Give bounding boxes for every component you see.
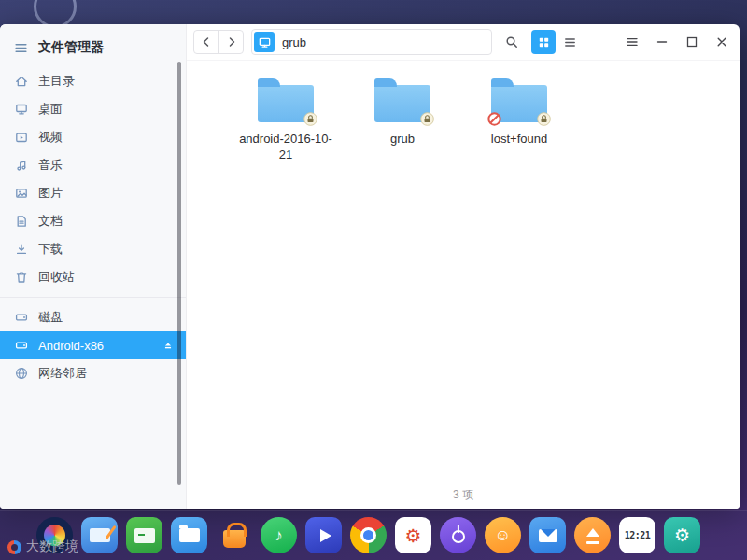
gear-icon: ⚙ (405, 526, 422, 545)
view-mode-group (531, 30, 582, 54)
dock-item-clock[interactable]: 12:21 (619, 517, 655, 553)
file-grid: android-2016-10-21 grub lost+foun (187, 61, 740, 163)
chevron-left-icon (199, 35, 214, 49)
list-view-button[interactable] (557, 30, 582, 54)
app-store-icon (223, 530, 246, 548)
file-name: lost+found (491, 132, 547, 147)
disk-icon (14, 310, 29, 325)
browser-dot-icon (363, 530, 374, 540)
back-button[interactable] (194, 31, 218, 53)
sidebar-item-disk[interactable]: 磁盘 (0, 303, 186, 331)
sidebar-item-label: Android-x86 (38, 339, 104, 353)
search-button[interactable] (500, 30, 524, 54)
watermark-logo-icon (7, 540, 21, 554)
dock-item-support[interactable]: ☺ (485, 517, 521, 553)
sidebar-item-label: 视频 (38, 129, 63, 146)
network-icon (14, 366, 29, 381)
close-button[interactable] (711, 31, 733, 53)
window-menu-button[interactable] (621, 31, 643, 53)
envelope-icon (539, 529, 557, 542)
sidebar-item-label: 桌面 (38, 101, 63, 118)
lock-badge-icon (303, 112, 317, 126)
sidebar-item-music[interactable]: 音乐 (0, 151, 186, 179)
dock: ♪ ⚙ ☺ 12:21 ⚙ (0, 510, 747, 560)
address-bar[interactable]: grub (251, 29, 492, 55)
desktop-icon (14, 102, 29, 117)
documents-icon (14, 214, 29, 229)
sidebar-item-home[interactable]: 主目录 (0, 67, 186, 95)
dock-item-browser[interactable] (350, 517, 387, 553)
file-name: android-2016-10-21 (238, 132, 333, 163)
grid-view-icon (537, 35, 551, 49)
file-item[interactable]: grub (350, 72, 455, 163)
dock-item-app-store[interactable] (216, 517, 252, 553)
smiley-icon: ☺ (495, 527, 511, 543)
sidebar-item-android-x86[interactable]: Android-x86 (0, 331, 186, 359)
lock-badge-icon (420, 112, 434, 126)
sidebar-item-downloads[interactable]: 下载 (0, 235, 186, 263)
eject-triangle-icon (586, 528, 599, 537)
eject-bar-icon (586, 541, 599, 544)
eject-icon[interactable] (162, 339, 175, 352)
sidebar-item-trash[interactable]: 回收站 (0, 263, 186, 291)
disk-icon (14, 338, 29, 353)
sidebar-item-label: 主目录 (38, 73, 75, 90)
dock-item-music[interactable]: ♪ (261, 517, 297, 553)
dock-item-toolbox[interactable]: ⚙ (664, 517, 700, 553)
pictures-icon (14, 186, 29, 201)
file-view: android-2016-10-21 grub lost+foun (187, 60, 740, 509)
grid-view-button[interactable] (531, 30, 556, 54)
dock-item-file-manager[interactable] (171, 517, 207, 553)
power-icon (452, 530, 465, 543)
toolbar: grub (187, 24, 740, 60)
computer-icon (258, 35, 272, 49)
gear-icon: ⚙ (674, 526, 690, 544)
terminal-icon (134, 528, 155, 543)
dock-item-boot-maker[interactable] (574, 517, 611, 553)
sidebar-item-videos[interactable]: 视频 (0, 123, 186, 151)
hamburger-icon[interactable] (13, 40, 29, 56)
dock-item-control-center[interactable]: ⚙ (395, 517, 431, 553)
sidebar-scrollbar[interactable] (177, 62, 181, 485)
sidebar: 文件管理器 主目录 桌面 视频 音乐 图片 (0, 24, 187, 509)
location-button[interactable] (254, 32, 275, 52)
file-item[interactable]: lost+found (467, 72, 571, 163)
desktop: 文件管理器 主目录 桌面 视频 音乐 图片 (0, 0, 747, 560)
breadcrumb-path: grub (282, 35, 306, 49)
folder-icon (374, 85, 430, 122)
dock-item-movies[interactable] (305, 517, 342, 553)
sidebar-item-label: 图片 (38, 185, 63, 202)
file-manager-window: 文件管理器 主目录 桌面 视频 音乐 图片 (0, 24, 740, 509)
file-name: grub (390, 132, 415, 147)
chevron-right-icon (224, 35, 239, 49)
file-manager-icon (179, 528, 200, 542)
minimize-button[interactable] (651, 31, 673, 53)
sidebar-item-network[interactable]: 网络邻居 (0, 359, 186, 387)
file-item[interactable]: android-2016-10-21 (233, 72, 338, 163)
dock-item-screen-capture[interactable] (81, 517, 118, 553)
sidebar-item-desktop[interactable]: 桌面 (0, 95, 186, 123)
maximize-button[interactable] (681, 31, 703, 53)
trash-icon (14, 270, 29, 285)
minimize-icon (655, 35, 669, 49)
folder-icon (258, 85, 314, 122)
watermark: 大数跨境 (7, 539, 78, 555)
sidebar-item-label: 网络邻居 (38, 365, 87, 382)
dock-item-mail[interactable] (529, 517, 566, 553)
music-note-icon: ♪ (275, 527, 283, 543)
app-title: 文件管理器 (38, 39, 104, 56)
sidebar-item-documents[interactable]: 文档 (0, 207, 186, 235)
browser-icon (360, 527, 376, 543)
search-icon (504, 35, 519, 49)
sidebar-item-pictures[interactable]: 图片 (0, 179, 186, 207)
no-access-badge-icon (487, 112, 501, 126)
item-count: 3 项 (453, 487, 473, 503)
dock-item-shutdown[interactable] (440, 517, 476, 553)
videos-icon (14, 130, 29, 145)
screen-capture-icon (90, 528, 110, 542)
dock-item-terminal[interactable] (126, 517, 162, 553)
play-icon (320, 529, 331, 542)
forward-button[interactable] (218, 31, 243, 53)
sidebar-item-label: 下载 (38, 241, 63, 258)
main-pane: grub (187, 24, 740, 509)
